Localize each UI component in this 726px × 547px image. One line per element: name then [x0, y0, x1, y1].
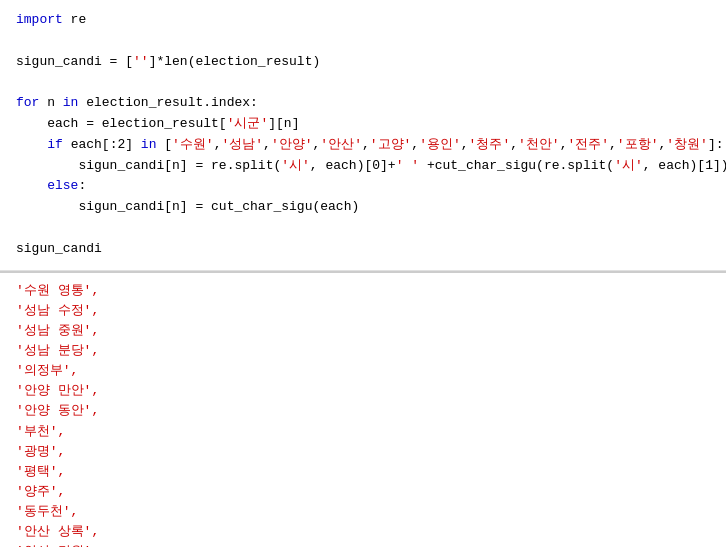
output-line-7: '안양 동안',	[16, 401, 710, 421]
code-line-7: else:	[16, 176, 710, 197]
output-line-1: '수원 영통',	[16, 281, 710, 301]
code-line-6: sigun_candi[n] = re.split('시', each)[0]+…	[16, 156, 710, 177]
code-line-blank-3	[16, 218, 710, 239]
code-line-2: sigun_candi = ['']*len(election_result)	[16, 52, 710, 73]
output-line-14: '안산 단원',	[16, 542, 710, 547]
output-line-5: '의정부',	[16, 361, 710, 381]
output-line-13: '안산 상록',	[16, 522, 710, 542]
output-line-11: '양주',	[16, 482, 710, 502]
output-line-2: '성남 수정',	[16, 301, 710, 321]
code-line-1: import re	[16, 10, 710, 31]
output-line-8: '부천',	[16, 422, 710, 442]
output-line-3: '성남 중원',	[16, 321, 710, 341]
code-line-3: for n in election_result.index:	[16, 93, 710, 114]
code-line-9: sigun_candi	[16, 239, 710, 260]
output-line-6: '안양 만안',	[16, 381, 710, 401]
output-line-4: '성남 분당',	[16, 341, 710, 361]
code-block: import re sigun_candi = ['']*len(electio…	[0, 0, 726, 271]
code-line-blank-2	[16, 72, 710, 93]
code-line-4: each = election_result['시군'][n]	[16, 114, 710, 135]
output-line-9: '광명',	[16, 442, 710, 462]
output-line-12: '동두천',	[16, 502, 710, 522]
code-line-blank-1	[16, 31, 710, 52]
output-line-10: '평택',	[16, 462, 710, 482]
code-line-8: sigun_candi[n] = cut_char_sigu(each)	[16, 197, 710, 218]
output-block: '수원 영통', '성남 수정', '성남 중원', '성남 분당', '의정부…	[0, 271, 726, 547]
code-line-5: if each[:2] in ['수원','성남','안양','안산','고양'…	[16, 135, 710, 156]
